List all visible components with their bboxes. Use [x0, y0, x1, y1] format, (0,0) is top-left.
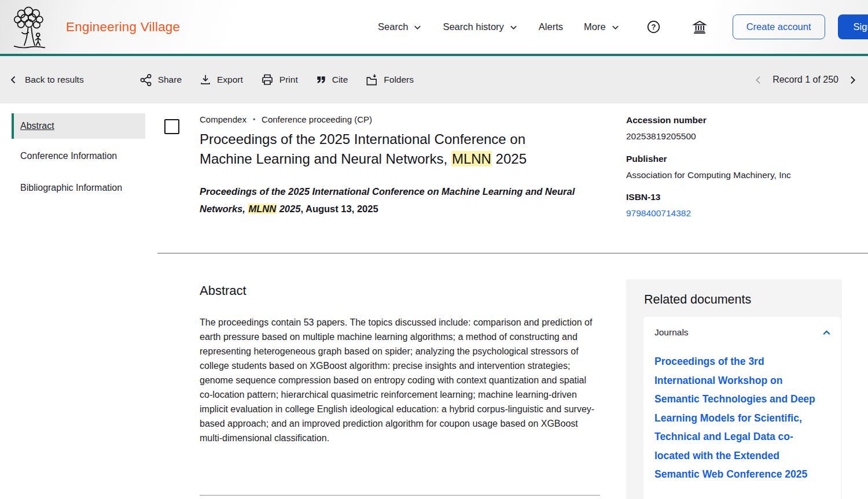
accession-number-group: Accession number 20253819205500	[626, 115, 846, 143]
source-title-suffix: 2025	[277, 204, 300, 214]
nav-search-history-label: Search history	[443, 21, 503, 32]
cite-quote-icon	[315, 74, 327, 86]
header-icons: ?	[646, 20, 707, 35]
export-label: Export	[217, 75, 243, 85]
help-question-circle-icon[interactable]: ?	[646, 20, 661, 34]
record-position-label: Record 1 of 250	[773, 75, 838, 85]
journals-group-label: Journals	[654, 327, 689, 338]
svg-text:?: ?	[651, 23, 656, 31]
sidebar-item-conference-information[interactable]: Conference Information	[12, 141, 145, 171]
nav-search-label: Search	[378, 21, 408, 32]
doc-type-label: Conference proceeding (CP)	[262, 114, 372, 124]
cite-button[interactable]: Cite	[315, 74, 348, 86]
chevron-left-icon	[9, 75, 18, 84]
share-icon	[139, 73, 153, 87]
elsevier-tree-logo	[8, 5, 51, 49]
select-record-checkbox[interactable]	[164, 119, 179, 134]
folders-label: Folders	[384, 75, 414, 85]
folders-button[interactable]: Folders	[365, 73, 414, 87]
chevron-down-icon	[509, 22, 518, 32]
brand-home-link[interactable]: Engineering Village	[8, 5, 180, 49]
publisher-value: Association for Computing Machinery, Inc	[626, 169, 846, 182]
main-nav: Search Search history Alerts More	[378, 21, 620, 32]
record-pagination: Record 1 of 250	[753, 75, 858, 85]
institution-bank-icon[interactable]	[692, 20, 707, 35]
back-to-results-button[interactable]: Back to results	[9, 75, 84, 85]
chevron-down-icon	[413, 22, 422, 32]
nav-more[interactable]: More	[584, 21, 620, 32]
chevron-up-icon	[822, 328, 832, 338]
sign-in-button[interactable]: Sign in	[838, 14, 868, 39]
share-button[interactable]: Share	[139, 73, 182, 87]
search-term-highlight: MLNN	[248, 204, 277, 214]
record-actions: Share Export Print	[139, 73, 414, 87]
publisher-label: Publisher	[626, 154, 846, 164]
create-account-button[interactable]: Create account	[733, 14, 825, 39]
add-to-folder-icon	[365, 73, 378, 87]
top-header: Engineering Village Search Search histor…	[0, 0, 868, 54]
related-documents-heading: Related documents	[644, 293, 842, 307]
record-toolbar: Back to results Share Export	[0, 56, 868, 104]
sidebar-item-bibliographic-information[interactable]: Bibliographic Information	[12, 173, 145, 203]
related-documents-panel: Related documents Journals Proceedings o…	[626, 279, 842, 499]
engineering-village-record-page: Engineering Village Search Search histor…	[0, 0, 868, 499]
record-header: Compendex • Conference proceeding (CP) P…	[200, 114, 573, 217]
nav-search-history[interactable]: Search history	[443, 21, 517, 32]
chevron-down-icon	[611, 22, 620, 32]
abstract-section: Abstract The proceedings contain 53 pape…	[200, 283, 599, 445]
cite-label: Cite	[332, 75, 348, 85]
isbn-label: ISBN-13	[626, 192, 846, 202]
auth-buttons: Create account Sign in	[733, 14, 868, 39]
publisher-group: Publisher Association for Computing Mach…	[626, 154, 846, 182]
previous-record-chevron-icon[interactable]	[753, 75, 763, 85]
separator-dot: •	[253, 116, 255, 124]
export-download-icon	[199, 73, 212, 86]
export-button[interactable]: Export	[199, 73, 243, 86]
next-record-chevron-icon[interactable]	[848, 75, 858, 85]
isbn-group: ISBN-13 9798400714382	[626, 192, 846, 220]
accession-number-value: 20253819205500	[626, 130, 846, 143]
record-metadata-column: Accession number 20253819205500 Publishe…	[626, 115, 846, 231]
accession-number-label: Accession number	[626, 115, 846, 125]
nav-more-label: More	[584, 21, 606, 32]
record-title: Proceedings of the 2025 International Co…	[200, 130, 573, 169]
source-line: Proceedings of the 2025 International Co…	[200, 183, 605, 217]
print-icon	[260, 73, 274, 87]
nav-search[interactable]: Search	[378, 21, 422, 32]
title-text-suffix: 2025	[492, 151, 527, 167]
nav-alerts-label: Alerts	[539, 21, 563, 32]
record-content: Abstract Conference Information Bibliogr…	[0, 104, 868, 499]
record-meta-line: Compendex • Conference proceeding (CP)	[200, 114, 573, 124]
share-label: Share	[158, 75, 182, 85]
record-main: Compendex • Conference proceeding (CP) P…	[157, 104, 868, 499]
search-term-highlight: MLNN	[451, 151, 492, 167]
brand-name: Engineering Village	[66, 20, 180, 35]
print-button[interactable]: Print	[260, 73, 298, 87]
abstract-heading: Abstract	[200, 283, 599, 298]
abstract-text: The proceedings contain 53 papers. The t…	[200, 315, 599, 445]
journals-accordion-toggle[interactable]: Journals	[643, 317, 841, 342]
nav-alerts[interactable]: Alerts	[539, 21, 563, 32]
related-documents-card: Journals Proceedings of the 3rd Internat…	[643, 317, 841, 499]
isbn-link[interactable]: 9798400714382	[626, 208, 691, 218]
section-divider	[157, 253, 868, 254]
abstract-bottom-divider	[200, 495, 600, 496]
back-to-results-label: Back to results	[25, 75, 84, 85]
section-nav: Abstract Conference Information Bibliogr…	[12, 113, 145, 205]
source-date: , August 13, 2025	[300, 204, 378, 214]
sidebar-item-abstract[interactable]: Abstract	[12, 113, 145, 139]
related-document-link[interactable]: Proceedings of the 3rd International Wor…	[643, 342, 841, 496]
print-label: Print	[279, 75, 298, 85]
database-label: Compendex	[200, 114, 247, 124]
